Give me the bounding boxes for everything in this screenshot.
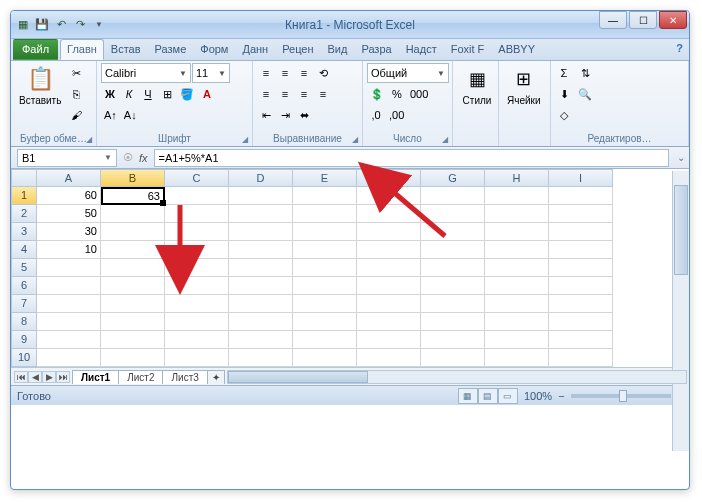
cell-B1[interactable]: 63 [101, 187, 165, 205]
bold-button[interactable]: Ж [101, 84, 119, 104]
grow-font-button[interactable]: A↑ [101, 105, 120, 125]
cell-G4[interactable] [421, 241, 485, 259]
col-header-A[interactable]: A [37, 169, 101, 187]
cell-B3[interactable] [101, 223, 165, 241]
font-name-combo[interactable]: Calibri▼ [101, 63, 191, 83]
sheet-nav-last[interactable]: ⏭ [56, 371, 70, 383]
styles-button[interactable]: ▦ Стили [457, 63, 497, 108]
increase-decimal-button[interactable]: ,0 [367, 105, 385, 125]
sheet-nav-next[interactable]: ▶ [42, 371, 56, 383]
cell-B8[interactable] [101, 313, 165, 331]
cell-D4[interactable] [229, 241, 293, 259]
cell-H4[interactable] [485, 241, 549, 259]
cell-I4[interactable] [549, 241, 613, 259]
currency-button[interactable]: 💲 [367, 84, 387, 104]
decrease-decimal-button[interactable]: ,00 [386, 105, 407, 125]
cell-E1[interactable] [293, 187, 357, 205]
minimize-button[interactable]: — [599, 11, 627, 29]
tab-file[interactable]: Файл [13, 39, 58, 60]
clear-button[interactable]: ◇ [555, 105, 573, 125]
cell-H2[interactable] [485, 205, 549, 223]
cell-A9[interactable] [37, 331, 101, 349]
col-header-I[interactable]: I [549, 169, 613, 187]
tab-insert[interactable]: Встав [104, 39, 148, 60]
undo-icon[interactable]: ↶ [53, 17, 69, 33]
maximize-button[interactable]: ☐ [629, 11, 657, 29]
align-top-button[interactable]: ≡ [257, 63, 275, 83]
cell-H1[interactable] [485, 187, 549, 205]
cell-C2[interactable] [165, 205, 229, 223]
view-normal-button[interactable]: ▦ [458, 388, 478, 404]
zoom-out-button[interactable]: − [558, 390, 564, 402]
cell-C4[interactable] [165, 241, 229, 259]
formula-input[interactable]: =A1+5%*A1 [154, 149, 669, 167]
cell-D9[interactable] [229, 331, 293, 349]
row-header-7[interactable]: 7 [11, 295, 37, 313]
cell-G10[interactable] [421, 349, 485, 367]
cell-A7[interactable] [37, 295, 101, 313]
select-all-corner[interactable] [11, 169, 37, 187]
cell-I3[interactable] [549, 223, 613, 241]
number-launcher[interactable]: ◢ [439, 133, 451, 145]
cell-E10[interactable] [293, 349, 357, 367]
cell-H9[interactable] [485, 331, 549, 349]
paste-button[interactable]: 📋 Вставить [15, 63, 65, 108]
comma-button[interactable]: 000 [407, 84, 431, 104]
cells-button[interactable]: ⊞ Ячейки [503, 63, 545, 108]
cell-B6[interactable] [101, 277, 165, 295]
cell-I6[interactable] [549, 277, 613, 295]
cell-A5[interactable] [37, 259, 101, 277]
row-header-9[interactable]: 9 [11, 331, 37, 349]
cell-G6[interactable] [421, 277, 485, 295]
cell-I5[interactable] [549, 259, 613, 277]
underline-button[interactable]: Ч [139, 84, 157, 104]
zoom-level[interactable]: 100% [524, 390, 552, 402]
qat-dropdown-icon[interactable]: ▼ [91, 17, 107, 33]
cell-F8[interactable] [357, 313, 421, 331]
increase-indent-button[interactable]: ⇥ [276, 105, 294, 125]
align-middle-button[interactable]: ≡ [276, 63, 294, 83]
cell-G3[interactable] [421, 223, 485, 241]
cell-C6[interactable] [165, 277, 229, 295]
cell-E8[interactable] [293, 313, 357, 331]
cell-H3[interactable] [485, 223, 549, 241]
cell-D2[interactable] [229, 205, 293, 223]
fill-color-button[interactable]: 🪣 [177, 84, 197, 104]
formula-expand-button[interactable]: ⌄ [673, 152, 689, 163]
percent-button[interactable]: % [388, 84, 406, 104]
cell-D3[interactable] [229, 223, 293, 241]
cell-B10[interactable] [101, 349, 165, 367]
sheet-tab-1[interactable]: Лист1 [72, 370, 119, 384]
cell-C1[interactable] [165, 187, 229, 205]
font-color-button[interactable]: A [198, 84, 216, 104]
clipboard-launcher[interactable]: ◢ [83, 133, 95, 145]
new-sheet-button[interactable]: ✦ [207, 370, 225, 384]
name-box[interactable]: B1 ▼ [17, 149, 117, 167]
zoom-slider[interactable] [571, 394, 671, 398]
cell-I1[interactable] [549, 187, 613, 205]
tab-review[interactable]: Рецен [275, 39, 320, 60]
cell-F4[interactable] [357, 241, 421, 259]
close-button[interactable]: ✕ [659, 11, 687, 29]
cell-I8[interactable] [549, 313, 613, 331]
save-icon[interactable]: 💾 [34, 17, 50, 33]
col-header-H[interactable]: H [485, 169, 549, 187]
sheet-tab-2[interactable]: Лист2 [118, 370, 163, 384]
tab-abbyy[interactable]: ABBYY [491, 39, 542, 60]
cell-C5[interactable] [165, 259, 229, 277]
cell-G2[interactable] [421, 205, 485, 223]
cell-A4[interactable]: 10 [37, 241, 101, 259]
help-icon[interactable]: ? [670, 39, 689, 60]
cell-F5[interactable] [357, 259, 421, 277]
col-header-C[interactable]: C [165, 169, 229, 187]
fx-icon[interactable]: fx [139, 152, 148, 164]
cell-G1[interactable] [421, 187, 485, 205]
cell-F3[interactable] [357, 223, 421, 241]
tab-data[interactable]: Данн [235, 39, 275, 60]
cell-A10[interactable] [37, 349, 101, 367]
align-bottom-button[interactable]: ≡ [295, 63, 313, 83]
sheet-nav-prev[interactable]: ◀ [28, 371, 42, 383]
cell-F9[interactable] [357, 331, 421, 349]
tab-developer[interactable]: Разра [354, 39, 398, 60]
align-center-button[interactable]: ≡ [276, 84, 294, 104]
